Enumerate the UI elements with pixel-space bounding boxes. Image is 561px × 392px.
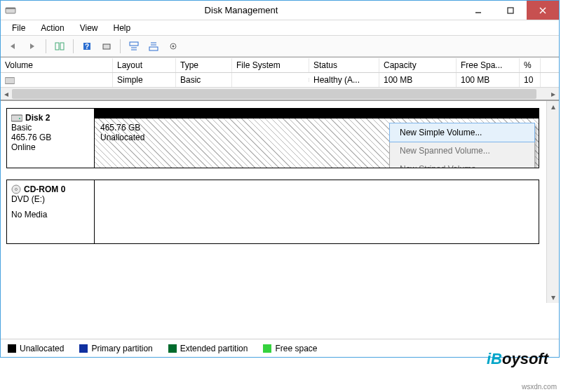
window-title: Disk Management — [20, 5, 462, 15]
ctx-new-striped-volume: New Striped Volume... — [390, 160, 534, 168]
legend-extended: Extended partition — [168, 344, 248, 353]
scroll-left-icon[interactable]: ◂ — [1, 88, 12, 100]
cell-free: 100 MB — [457, 73, 520, 87]
svg-rect-19 — [5, 77, 15, 83]
scroll-up-icon[interactable]: ▴ — [547, 101, 559, 112]
svg-rect-10 — [103, 44, 110, 49]
scroll-thumb[interactable] — [12, 89, 536, 99]
disk-row-cdrom[interactable]: CD-ROM 0 DVD (E:) No Media — [6, 180, 539, 244]
cell-status: Healthy (A... — [309, 73, 379, 87]
legend: Unallocated Primary partition Extended p… — [1, 339, 559, 357]
menu-help[interactable]: Help — [107, 22, 138, 34]
menu-view[interactable]: View — [73, 22, 105, 34]
cell-volume — [1, 73, 113, 87]
volume-list-header: Volume Layout Type File System Status Ca… — [1, 58, 559, 73]
disk-label: Disk 2 — [11, 113, 90, 123]
toolbar: ? — [1, 36, 559, 57]
cell-type: Basic — [176, 73, 232, 87]
svg-rect-20 — [11, 115, 22, 121]
cell-fs — [232, 78, 309, 82]
disk-subtype: Basic — [11, 123, 90, 133]
disk-management-window: Disk Management File Action View Help ? … — [0, 0, 560, 358]
close-button[interactable] — [527, 1, 559, 20]
settings-icon[interactable] — [165, 39, 181, 54]
legend-free: Free space — [263, 344, 317, 353]
scroll-right-icon[interactable]: ▸ — [548, 88, 559, 100]
disk-state: No Media — [11, 210, 90, 219]
help-button[interactable]: ? — [79, 39, 95, 54]
scroll-down-icon[interactable]: ▾ — [547, 292, 559, 303]
disk-graphic-area: 465.76 GB Unallocated New Simple Volume.… — [95, 109, 539, 168]
col-volume[interactable]: Volume — [1, 58, 113, 72]
svg-rect-7 — [60, 43, 64, 50]
disk-row-disk2[interactable]: Disk 2 Basic 465.76 GB Online 465.76 GB … — [6, 108, 539, 168]
volume-list[interactable]: Volume Layout Type File System Status Ca… — [1, 57, 559, 100]
col-type[interactable]: Type — [176, 58, 232, 72]
refresh-button[interactable] — [99, 39, 114, 54]
disk-info-panel: Disk 2 Basic 465.76 GB Online — [7, 109, 95, 168]
window-controls — [462, 1, 559, 20]
maximize-button[interactable] — [494, 1, 527, 20]
svg-rect-3 — [508, 8, 513, 13]
partition-size: 465.76 GB — [100, 123, 533, 133]
menu-file[interactable]: File — [5, 22, 32, 34]
disk-size: 465.76 GB — [11, 133, 90, 142]
legend-unallocated: Unallocated — [8, 344, 64, 353]
disk-state: Online — [11, 142, 90, 152]
svg-point-21 — [19, 118, 20, 119]
vertical-scrollbar[interactable]: ▴ ▾ — [546, 101, 559, 303]
disk-info-panel: CD-ROM 0 DVD (E:) No Media — [7, 180, 95, 243]
list-bottom-icon[interactable] — [146, 39, 161, 54]
titlebar: Disk Management — [1, 1, 559, 20]
toolbar-separator — [120, 39, 121, 53]
disk-label: CD-ROM 0 — [11, 184, 90, 194]
svg-rect-6 — [55, 43, 59, 50]
list-top-icon[interactable] — [126, 39, 142, 54]
disk-subtype: DVD (E:) — [11, 194, 90, 204]
col-filesystem[interactable]: File System — [232, 58, 309, 72]
svg-point-18 — [173, 45, 175, 47]
cdrom-icon — [11, 184, 21, 194]
partition-empty — [95, 180, 539, 243]
partition-status: Unallocated — [100, 133, 533, 142]
watermark-url: wsxdn.com — [522, 383, 557, 391]
toolbar-separator — [46, 39, 46, 53]
menu-action[interactable]: Action — [34, 22, 71, 34]
col-percent[interactable]: % — [520, 58, 541, 72]
svg-rect-16 — [149, 47, 158, 50]
partition-unallocated[interactable]: 465.76 GB Unallocated New Simple Volume.… — [95, 109, 539, 168]
minimize-button[interactable] — [462, 1, 494, 20]
col-layout[interactable]: Layout — [113, 58, 176, 72]
legend-primary: Primary partition — [79, 344, 152, 353]
svg-point-23 — [15, 189, 18, 191]
back-button[interactable] — [5, 39, 20, 54]
svg-rect-11 — [130, 42, 138, 46]
col-free[interactable]: Free Spa... — [457, 58, 520, 72]
forward-button[interactable] — [25, 39, 40, 54]
svg-rect-1 — [6, 8, 15, 9]
app-icon — [1, 5, 20, 16]
disk-graphic-area — [95, 180, 539, 243]
ctx-new-spanned-volume: New Spanned Volume... — [390, 142, 534, 160]
cell-layout: Simple — [113, 73, 176, 87]
watermark-brand: iBoysoft — [487, 350, 548, 368]
panes-button[interactable] — [52, 39, 67, 54]
svg-text:?: ? — [85, 43, 89, 50]
menubar: File Action View Help — [1, 20, 559, 36]
cell-capacity: 100 MB — [379, 73, 457, 87]
horizontal-scrollbar[interactable]: ◂ ▸ — [1, 87, 559, 100]
disk-graphical-view: Disk 2 Basic 465.76 GB Online 465.76 GB … — [1, 100, 559, 303]
volume-icon — [5, 77, 15, 84]
col-capacity[interactable]: Capacity — [379, 58, 457, 72]
cell-pct: 10 — [520, 73, 541, 87]
disk-icon — [11, 114, 22, 122]
toolbar-separator — [73, 39, 74, 53]
volume-row[interactable]: Simple Basic Healthy (A... 100 MB 100 MB… — [1, 73, 559, 87]
col-status[interactable]: Status — [309, 58, 379, 72]
